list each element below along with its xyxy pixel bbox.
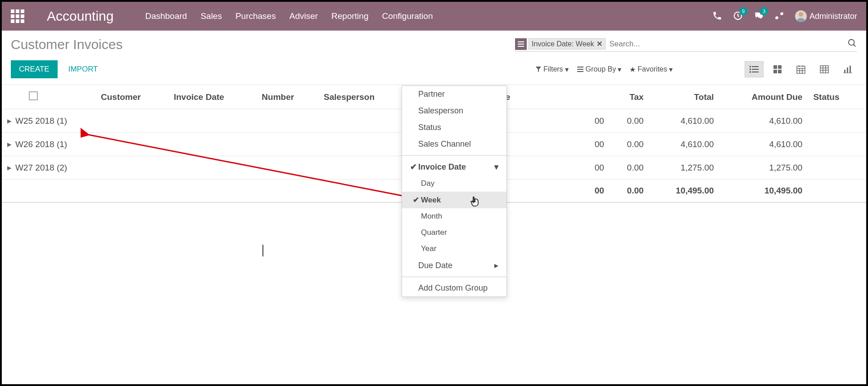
groupby-sales-channel[interactable]: Sales Channel <box>402 136 506 153</box>
page-title: Customer Invoices <box>11 37 122 52</box>
groupby-dropdown[interactable]: Group By ▾ <box>577 65 622 74</box>
col-invoice-date[interactable]: Invoice Date <box>168 85 256 109</box>
caret-down-icon: ▾ <box>494 162 498 172</box>
groupby-menu: Partner Salesperson Status Sales Channel… <box>402 85 507 297</box>
groupby-due-date[interactable]: Due Date ▸ <box>402 257 506 274</box>
svg-point-13 <box>750 66 750 67</box>
search-input[interactable] <box>606 38 847 50</box>
brand-title: Accounting <box>47 9 113 24</box>
groupby-facet-icon <box>515 38 527 50</box>
nav-configuration[interactable]: Configuration <box>382 11 433 21</box>
activities-icon[interactable]: 9 <box>733 11 743 22</box>
total-amount-due: 10,495.00 <box>719 180 808 203</box>
apps-launcher-icon[interactable] <box>11 9 29 23</box>
chevron-right-icon: ▸ <box>7 116 12 126</box>
svg-rect-16 <box>773 65 777 69</box>
cell-partial: 00 <box>533 133 610 156</box>
search-area[interactable]: Invoice Date: Week ✕ <box>515 38 857 52</box>
cell-tax: 0.00 <box>610 133 649 156</box>
cell-total: 1,275.00 <box>649 156 719 180</box>
col-customer[interactable]: Customer <box>95 85 168 109</box>
text-caret <box>262 245 263 256</box>
svg-line-36 <box>87 135 411 197</box>
favorites-dropdown[interactable]: ★ Favorites ▾ <box>629 65 673 74</box>
add-custom-group[interactable]: Add Custom Group <box>402 280 506 296</box>
search-icon[interactable] <box>847 38 857 49</box>
groupby-status[interactable]: Status <box>402 119 506 136</box>
period-week[interactable]: ✔ Week <box>402 192 506 208</box>
nav-adviser[interactable]: Adviser <box>289 11 318 21</box>
chevron-right-icon: ▸ <box>7 163 12 172</box>
period-year[interactable]: Year <box>402 241 506 257</box>
nav-dashboard[interactable]: Dashboard <box>145 11 187 21</box>
nav-purchases[interactable]: Purchases <box>235 11 276 21</box>
group-label: W27 2018 (2) <box>15 163 67 172</box>
col-status[interactable]: Status <box>808 85 866 109</box>
avatar-icon <box>795 10 807 22</box>
view-list-icon[interactable] <box>745 61 764 77</box>
cell-amount-due: 1,275.00 <box>719 156 808 180</box>
import-button[interactable]: IMPORT <box>68 65 98 74</box>
create-button[interactable]: CREATE <box>11 60 58 78</box>
facet-remove-icon[interactable]: ✕ <box>597 40 602 48</box>
cell-partial: 00 <box>533 156 610 180</box>
svg-point-15 <box>750 72 750 72</box>
user-name: Administrator <box>809 12 857 21</box>
svg-point-14 <box>750 69 750 70</box>
caret-right-icon: ▸ <box>494 260 498 270</box>
total-tax: 0.00 <box>610 180 649 203</box>
activities-badge: 9 <box>739 7 747 15</box>
col-amount-due[interactable]: Amount Due <box>719 85 808 109</box>
view-graph-icon[interactable] <box>838 61 857 77</box>
filters-label: Filters <box>543 65 563 73</box>
period-month[interactable]: Month <box>402 208 506 224</box>
view-pivot-icon[interactable] <box>815 61 834 77</box>
messages-icon[interactable]: 3 <box>754 11 764 22</box>
search-facet[interactable]: Invoice Date: Week ✕ <box>529 38 606 49</box>
select-all-checkbox[interactable] <box>29 91 38 100</box>
svg-rect-18 <box>773 70 777 73</box>
svg-rect-34 <box>850 66 851 73</box>
check-icon: ✔ <box>410 162 418 172</box>
groupby-invoice-date[interactable]: ✔ Invoice Date ▾ <box>402 158 506 175</box>
cell-partial: 00 <box>533 109 610 133</box>
group-label: W25 2018 (1) <box>15 116 67 126</box>
svg-rect-27 <box>820 66 828 73</box>
groupby-label: Group By <box>586 65 616 73</box>
col-salesperson[interactable]: Salesperson <box>318 85 407 109</box>
col-total[interactable]: Total <box>649 85 719 109</box>
view-calendar-icon[interactable] <box>791 61 810 77</box>
cell-tax: 0.00 <box>610 109 649 133</box>
period-day[interactable]: Day <box>402 175 506 192</box>
svg-line-6 <box>854 45 856 47</box>
messages-badge: 3 <box>760 7 768 15</box>
cell-amount-due: 4,610.00 <box>719 109 808 133</box>
cell-tax: 0.00 <box>610 156 649 180</box>
svg-point-5 <box>849 40 854 45</box>
col-number[interactable]: Number <box>256 85 318 109</box>
total-partial: 00 <box>533 180 610 203</box>
filters-dropdown[interactable]: Filters ▾ <box>535 65 569 74</box>
svg-point-1 <box>799 12 803 17</box>
check-icon: ✔ <box>413 195 421 205</box>
nav-reporting[interactable]: Reporting <box>331 11 368 21</box>
favorites-label: Favorites <box>637 65 667 73</box>
phone-icon[interactable] <box>712 11 722 22</box>
group-label: W26 2018 (1) <box>15 139 67 149</box>
view-kanban-icon[interactable] <box>768 61 787 77</box>
svg-rect-20 <box>797 66 805 73</box>
chevron-right-icon: ▸ <box>7 139 12 149</box>
annotation-arrow <box>81 128 414 209</box>
groupby-salesperson[interactable]: Salesperson <box>402 103 506 119</box>
svg-rect-32 <box>844 70 845 73</box>
groupby-partner[interactable]: Partner <box>402 86 506 103</box>
facet-label: Invoice Date: Week <box>532 40 594 48</box>
cell-total: 4,610.00 <box>649 109 719 133</box>
user-menu[interactable]: Administrator <box>795 10 857 22</box>
svg-rect-17 <box>778 65 782 69</box>
settings-icon[interactable] <box>774 11 784 22</box>
nav-sales[interactable]: Sales <box>200 11 222 21</box>
col-tax[interactable]: Tax <box>610 85 649 109</box>
total-total: 10,495.00 <box>649 180 719 203</box>
period-quarter[interactable]: Quarter <box>402 224 506 241</box>
